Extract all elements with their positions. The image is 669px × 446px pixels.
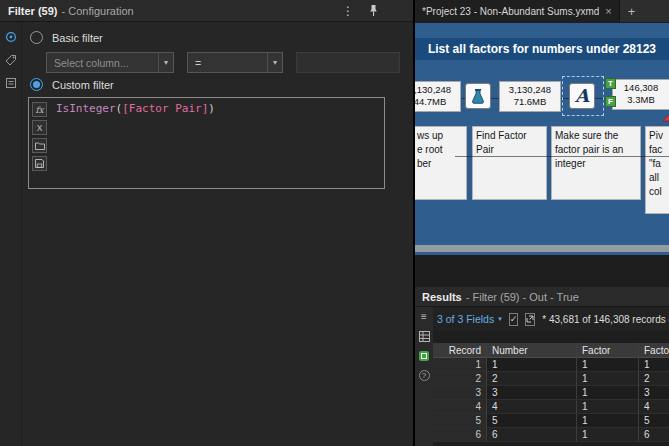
table-row[interactable]: 2 2 1 2 <box>433 372 669 386</box>
true-output-anchor[interactable]: T <box>605 78 616 89</box>
workflow-tab[interactable]: *Project 23 - Non-Abundant Sums.yxmd × <box>415 0 620 22</box>
data-cell[interactable]: 1 <box>577 358 639 372</box>
data-cell[interactable]: 1 <box>577 414 639 428</box>
false-output-anchor[interactable]: F <box>605 96 616 107</box>
annotation-size: 71.6MB <box>501 96 559 108</box>
results-header: Results - Filter (59) - Out - True <box>415 287 669 307</box>
functions-icon[interactable]: fx <box>32 102 47 117</box>
column-header[interactable]: Factor Pair <box>639 343 669 358</box>
comment-line: "fa <box>649 157 669 171</box>
data-cell[interactable]: 4 <box>639 400 669 414</box>
filter-tool[interactable]: A <box>569 83 595 109</box>
menu-icon[interactable]: ≡ <box>421 312 427 322</box>
data-cell[interactable]: 2 <box>487 372 577 386</box>
more-options-icon[interactable]: ⋮ <box>342 4 354 18</box>
connection-wire <box>455 156 669 157</box>
annotation-record-count: 146,308 3.3MB <box>612 79 669 110</box>
column-header[interactable]: Factor <box>577 343 639 358</box>
data-cell[interactable]: 6 <box>487 428 577 442</box>
data-cell[interactable]: 5 <box>487 414 577 428</box>
table-row[interactable]: 5 5 1 5 <box>433 414 669 428</box>
comment-note[interactable]: Piv fac "fa all col <box>645 126 669 214</box>
comment-line: integer <box>555 157 637 171</box>
comment-note[interactable]: Make sure the factor pair is an integer <box>551 126 641 200</box>
config-subtitle: - Configuration <box>62 5 134 17</box>
comment-line: col <box>649 185 669 199</box>
beaker-icon <box>469 87 487 105</box>
chevron-down-icon[interactable]: ▾ <box>158 53 173 72</box>
notes-icon[interactable] <box>5 77 17 89</box>
tag-icon[interactable] <box>5 54 17 66</box>
data-cell[interactable]: 1 <box>577 400 639 414</box>
config-sidebar <box>0 22 22 446</box>
annotation-records: 3,130,248 <box>501 84 559 96</box>
comment-note[interactable]: ws up e root ber <box>415 126 467 200</box>
table-row[interactable]: 6 6 1 6 <box>433 428 669 442</box>
target-icon[interactable] <box>5 31 17 43</box>
column-header[interactable]: Number <box>487 343 577 358</box>
expression-code-area[interactable]: IsInteger([Factor Pair]) <box>50 98 384 188</box>
record-cell[interactable]: 1 <box>433 358 487 372</box>
data-cell[interactable]: 4 <box>487 400 577 414</box>
data-cell[interactable]: 3 <box>487 386 577 400</box>
filter-tool-icon: A <box>575 87 589 105</box>
data-cell[interactable]: 1 <box>577 372 639 386</box>
pin-icon[interactable] <box>368 4 379 17</box>
comment-note[interactable]: Find Factor Pair <box>472 126 547 200</box>
new-tab-button[interactable]: + <box>628 4 636 19</box>
data-cell[interactable]: 3 <box>639 386 669 400</box>
expression-editor-toolbar: fx X <box>29 98 50 188</box>
canvas-comment-header[interactable]: List all factors for numbers under 28123 <box>415 38 669 60</box>
open-in-new-window-icon[interactable] <box>525 313 535 326</box>
operator-dropdown[interactable]: = ▾ <box>187 52 283 73</box>
select-column-placeholder: Select column... <box>54 57 129 69</box>
table-row[interactable]: 4 4 1 4 <box>433 400 669 414</box>
record-cell[interactable]: 6 <box>433 428 487 442</box>
select-fields-icon[interactable]: ✓ <box>509 313 519 326</box>
tab-close-icon[interactable]: × <box>605 5 611 17</box>
help-icon[interactable]: ? <box>419 370 430 381</box>
results-subtitle: - Filter (59) - Out - True <box>466 291 579 303</box>
record-cell[interactable]: 2 <box>433 372 487 386</box>
data-cell[interactable]: 1 <box>487 358 577 372</box>
data-quality-icon[interactable] <box>419 351 429 361</box>
data-cell[interactable]: 2 <box>639 372 669 386</box>
fields-selector[interactable]: 3 of 3 Fields ▾ <box>437 313 502 325</box>
basic-filter-radio[interactable] <box>30 31 43 44</box>
table-row[interactable]: 3 3 1 3 <box>433 386 669 400</box>
data-cell[interactable]: 1 <box>577 428 639 442</box>
results-toolbar: 3 of 3 Fields ▾ ✓ * 43,681 of 146,308 re… <box>433 307 669 331</box>
data-cell[interactable]: 1 <box>639 358 669 372</box>
record-cell[interactable]: 4 <box>433 400 487 414</box>
data-cell[interactable]: 5 <box>639 414 669 428</box>
comment-line: Find Factor Pair <box>476 129 543 157</box>
records-summary: * 43,681 of 146,308 records displayed <box>542 314 669 325</box>
canvas-horizontal-scrollbar[interactable] <box>415 245 669 252</box>
chevron-down-icon: ▾ <box>498 315 502 323</box>
chevron-down-icon[interactable]: ▾ <box>267 53 282 72</box>
comment-line: Piv <box>649 129 669 143</box>
comment-line: ws up <box>417 129 463 143</box>
basic-filter-option[interactable]: Basic filter <box>30 31 103 44</box>
column-header[interactable]: Record <box>433 343 487 358</box>
variables-icon[interactable]: X <box>32 120 47 135</box>
data-cell[interactable]: 6 <box>639 428 669 442</box>
select-column-dropdown[interactable]: Select column... ▾ <box>46 52 174 73</box>
error-tool-fragment[interactable] <box>661 107 669 123</box>
formula-tool[interactable] <box>465 83 491 109</box>
annotation-record-count: 3,130,248 71.6MB <box>499 81 561 112</box>
annotation-size: 3.3MB <box>614 94 668 106</box>
data-cell[interactable]: 1 <box>577 386 639 400</box>
record-cell[interactable]: 5 <box>433 414 487 428</box>
grid-view-icon[interactable] <box>419 331 430 342</box>
record-cell[interactable]: 3 <box>433 386 487 400</box>
comment-line: e root <box>417 143 463 157</box>
expression-field: [Factor Pair] <box>122 102 208 115</box>
workflow-canvas[interactable]: List all factors for numbers under 28123… <box>415 23 669 255</box>
filter-value-input[interactable] <box>296 52 400 73</box>
folder-icon[interactable] <box>32 138 47 153</box>
table-row[interactable]: 1 1 1 1 <box>433 358 669 372</box>
custom-filter-radio[interactable] <box>30 78 43 91</box>
save-icon[interactable] <box>32 156 47 171</box>
custom-filter-option[interactable]: Custom filter <box>30 78 114 91</box>
